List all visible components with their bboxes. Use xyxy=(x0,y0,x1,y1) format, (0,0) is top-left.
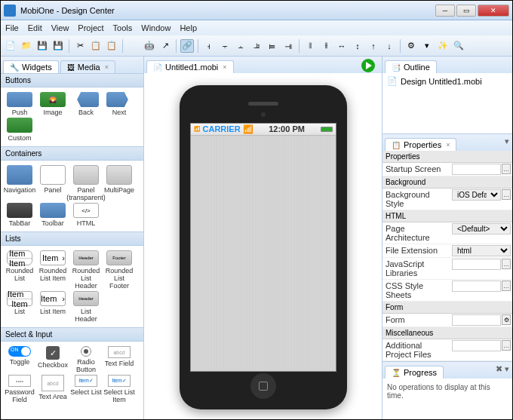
props-menu-icon[interactable]: ▾ xyxy=(505,136,509,146)
new-icon[interactable]: 📄 xyxy=(4,39,17,53)
android-icon[interactable]: 🤖 xyxy=(143,39,156,53)
widget-toolbar[interactable]: Toolbar xyxy=(37,203,69,227)
same-w-icon[interactable]: ↔ xyxy=(335,39,349,53)
align-middle-icon[interactable]: ⫢ xyxy=(266,39,279,53)
prop-sec-properties: Properties xyxy=(382,151,512,163)
home-button[interactable] xyxy=(250,373,276,399)
close-button[interactable]: ✕ xyxy=(478,5,509,17)
prop-jslibs-input[interactable] xyxy=(452,259,501,270)
search-icon[interactable]: 🔍 xyxy=(452,39,465,53)
widget-rounded-list[interactable]: ItemItemRounded List xyxy=(4,250,35,290)
run-button[interactable] xyxy=(361,58,377,75)
progress-stop-icon[interactable]: ✖ xyxy=(496,364,502,374)
widget-list[interactable]: ItemItemList xyxy=(4,291,35,323)
share-icon[interactable]: ↗ xyxy=(158,39,172,53)
widget-rounded-list-header[interactable]: HeaderRounded List Header xyxy=(70,250,102,290)
menu-tools[interactable]: Tools xyxy=(113,23,133,32)
phone-screen[interactable]: 📶 CARRIER 📶 12:00 PM xyxy=(190,123,336,372)
prop-css-input[interactable] xyxy=(452,281,501,292)
prop-addfiles-btn[interactable]: … xyxy=(502,340,511,351)
save-icon[interactable]: 💾 xyxy=(35,39,49,53)
align-center-icon[interactable]: ⫟ xyxy=(218,39,232,53)
widget-custom[interactable]: Custom xyxy=(4,118,35,142)
widget-html[interactable]: </>HTML xyxy=(70,203,102,227)
progress-menu-icon[interactable]: ▾ xyxy=(505,364,509,374)
align-bottom-icon[interactable]: ⫣ xyxy=(281,39,295,53)
prop-css-btn[interactable]: … xyxy=(502,281,511,291)
saveall-icon[interactable]: 💾 xyxy=(51,39,65,53)
widget-checkbox[interactable]: ✓Checkbox xyxy=(37,346,69,373)
widget-selectlist-item[interactable]: Item✓Select List Item xyxy=(103,375,135,403)
cat-select-input[interactable]: Select & Input xyxy=(1,327,143,342)
menu-project[interactable]: Project xyxy=(78,23,103,32)
prop-bgstyle-select[interactable]: iOS Default (strip... xyxy=(452,189,501,201)
gear-icon[interactable]: ⚙ xyxy=(404,39,418,53)
carrier-label: CARRIER xyxy=(203,124,241,133)
tab-progress[interactable]: ⏳Progress xyxy=(385,366,444,379)
prop-addfiles-input[interactable] xyxy=(452,340,501,351)
widget-list-header[interactable]: HeaderList Header xyxy=(70,291,102,323)
paste-icon[interactable]: 📋 xyxy=(105,39,118,53)
widget-rounded-list-item[interactable]: Item›Rounded List Item xyxy=(37,250,69,290)
link-icon[interactable]: 🔗 xyxy=(180,39,194,53)
widget-toggle[interactable]: Toggle xyxy=(4,346,35,373)
widget-radio[interactable]: Radio Button xyxy=(70,346,102,373)
widget-multipage[interactable]: MultiPage xyxy=(103,165,135,201)
maximize-button[interactable]: ▭ xyxy=(456,5,476,17)
apple-icon[interactable] xyxy=(127,39,140,53)
menu-edit[interactable]: Edit xyxy=(28,23,42,32)
widget-image[interactable]: 🌄Image xyxy=(37,92,69,116)
wifi-icon: 📶 xyxy=(243,124,253,134)
prop-jslibs-btn[interactable]: … xyxy=(502,259,511,269)
cat-lists[interactable]: Lists xyxy=(1,231,143,246)
widget-panel-transparent[interactable]: Panel (transparent) xyxy=(70,165,102,201)
dropdown-icon[interactable]: ▾ xyxy=(420,39,434,53)
tab-media[interactable]: 🖼Media× xyxy=(60,60,115,73)
prop-startup-btn[interactable]: … xyxy=(502,164,511,174)
design-canvas[interactable]: 📶 CARRIER 📶 12:00 PM xyxy=(144,73,382,420)
cut-icon[interactable]: ✂ xyxy=(73,39,87,53)
copy-icon[interactable]: 📋 xyxy=(89,39,103,53)
prop-form-input[interactable] xyxy=(452,314,501,326)
widget-textfield[interactable]: abcdText Field xyxy=(103,346,135,373)
cat-containers[interactable]: Containers xyxy=(1,146,143,161)
menu-file[interactable]: File xyxy=(5,23,19,32)
align-left-icon[interactable]: ⫞ xyxy=(202,39,216,53)
widget-back[interactable]: Back xyxy=(70,92,102,116)
open-icon[interactable]: 📁 xyxy=(20,39,33,53)
dist-v-icon[interactable]: ⫵ xyxy=(319,39,333,53)
prop-pagearch-select[interactable]: <Default> xyxy=(452,223,511,235)
widget-navigation[interactable]: Navigation xyxy=(4,165,35,201)
widget-textarea[interactable]: abcdText Area xyxy=(37,375,69,403)
doc-tab[interactable]: 📄Untitled1.mobi× xyxy=(146,60,234,73)
widget-rounded-list-footer[interactable]: FooterRounded List Footer xyxy=(103,250,135,290)
outline-root[interactable]: 📄Design Untitled1.mobi xyxy=(382,73,512,89)
prop-fileext-select[interactable]: html xyxy=(452,245,511,256)
align-right-icon[interactable]: ⫠ xyxy=(234,39,247,53)
tab-widgets[interactable]: 🔧Widgets xyxy=(3,60,59,73)
tab-outline[interactable]: 📑Outline xyxy=(385,60,437,73)
widget-list-item[interactable]: Item›List Item xyxy=(37,291,69,323)
wand-icon[interactable]: ✨ xyxy=(436,39,450,53)
widget-password[interactable]: ••••Password Field xyxy=(4,375,35,403)
cat-buttons[interactable]: Buttons xyxy=(1,73,143,87)
menu-window[interactable]: Window xyxy=(141,23,170,32)
widget-tabbar[interactable]: TabBar xyxy=(4,203,35,227)
widget-push[interactable]: Push xyxy=(4,92,35,116)
menu-view[interactable]: View xyxy=(51,23,69,32)
status-bar: 📶 CARRIER 📶 12:00 PM xyxy=(191,124,336,136)
widget-selectlist[interactable]: Item✓Select List xyxy=(70,375,102,403)
minimize-button[interactable]: ─ xyxy=(435,5,455,17)
prop-bgstyle-btn[interactable]: … xyxy=(502,189,511,200)
menu-help[interactable]: Help xyxy=(180,23,197,32)
align-top-icon[interactable]: ⫡ xyxy=(250,39,263,53)
dist-h-icon[interactable]: ⫴ xyxy=(303,39,317,53)
prop-startup-input[interactable] xyxy=(452,164,501,175)
send-back-icon[interactable]: ↓ xyxy=(382,39,396,53)
bring-front-icon[interactable]: ↑ xyxy=(367,39,380,53)
prop-form-btn[interactable]: ⚙ xyxy=(502,314,511,325)
widget-panel[interactable]: Panel xyxy=(37,165,69,201)
same-h-icon[interactable]: ↕ xyxy=(351,39,364,53)
widget-next[interactable]: Next xyxy=(103,92,135,116)
tab-properties[interactable]: 📋Properties× xyxy=(385,138,456,151)
